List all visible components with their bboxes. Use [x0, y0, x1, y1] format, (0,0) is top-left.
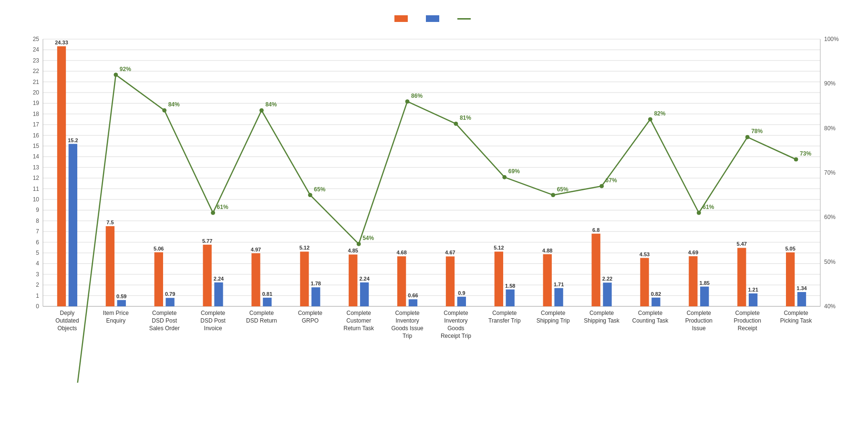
- svg-text:DSD Post: DSD Post: [200, 317, 226, 324]
- bar-di-15: [786, 252, 795, 306]
- svg-text:Picking Task: Picking Task: [780, 317, 812, 324]
- svg-text:Counting Task: Counting Task: [632, 317, 669, 324]
- line-point-14: [745, 135, 749, 139]
- svg-text:2.24: 2.24: [214, 276, 224, 282]
- svg-text:17: 17: [33, 121, 40, 128]
- svg-text:Goods Issue: Goods Issue: [391, 325, 424, 332]
- svg-text:11: 11: [33, 186, 40, 192]
- svg-text:1.21: 1.21: [748, 287, 758, 293]
- bar-sl-14: [749, 293, 757, 306]
- svg-text:73%: 73%: [800, 150, 811, 157]
- svg-text:23: 23: [33, 57, 40, 64]
- svg-text:Complete: Complete: [152, 310, 177, 316]
- legend-di: [394, 15, 411, 22]
- svg-text:84%: 84%: [168, 101, 180, 108]
- svg-text:Complete: Complete: [249, 310, 274, 316]
- svg-text:Transfer Trip: Transfer Trip: [488, 317, 521, 324]
- svg-text:Outdated: Outdated: [55, 317, 79, 324]
- svg-text:1.85: 1.85: [700, 280, 710, 286]
- svg-text:Sales Order: Sales Order: [149, 325, 180, 332]
- svg-text:7: 7: [36, 228, 39, 235]
- bar-sl-13: [700, 287, 709, 306]
- bar-sl-0: [69, 144, 77, 306]
- svg-text:Invoice: Invoice: [204, 325, 222, 332]
- svg-text:DSD Post: DSD Post: [152, 317, 177, 324]
- svg-text:2: 2: [36, 282, 39, 288]
- line-point-1: [114, 73, 118, 77]
- svg-text:61%: 61%: [703, 204, 714, 210]
- svg-text:Complete: Complete: [638, 310, 663, 316]
- svg-text:Receipt: Receipt: [738, 325, 757, 332]
- svg-text:50%: 50%: [824, 259, 836, 265]
- svg-text:0.79: 0.79: [165, 291, 175, 297]
- svg-text:Complete: Complete: [298, 310, 323, 316]
- svg-text:8: 8: [36, 218, 39, 224]
- bar-di-4: [251, 253, 260, 306]
- svg-text:Trip: Trip: [403, 333, 413, 339]
- svg-text:86%: 86%: [411, 93, 423, 99]
- svg-text:65%: 65%: [557, 186, 568, 193]
- svg-text:69%: 69%: [508, 168, 520, 175]
- bar-di-9: [495, 251, 503, 306]
- bar-sl-12: [651, 298, 660, 306]
- chart-area: 0123456789101112131415161718192021222324…: [14, 30, 854, 387]
- bar-di-12: [640, 258, 649, 306]
- svg-text:19: 19: [33, 100, 40, 106]
- bar-di-3: [203, 245, 211, 306]
- svg-text:Inventory: Inventory: [444, 317, 467, 324]
- bar-di-10: [543, 254, 552, 306]
- bar-sl-7: [409, 299, 417, 306]
- legend-diff: [457, 15, 474, 22]
- line-point-15: [794, 157, 798, 161]
- svg-text:40%: 40%: [824, 303, 836, 310]
- bar-di-5: [300, 251, 309, 306]
- bar-sl-6: [360, 282, 369, 306]
- svg-text:5: 5: [36, 250, 39, 256]
- svg-text:16: 16: [33, 132, 40, 139]
- bar-sl-10: [554, 288, 563, 306]
- svg-text:Complete: Complete: [347, 310, 372, 316]
- line-point-7: [405, 100, 409, 104]
- svg-text:5.12: 5.12: [494, 245, 504, 251]
- svg-text:2.22: 2.22: [602, 276, 612, 282]
- svg-text:Item Price: Item Price: [103, 310, 129, 316]
- bar-sl-11: [603, 282, 611, 306]
- line-point-4: [259, 108, 263, 112]
- svg-text:84%: 84%: [265, 101, 277, 108]
- svg-text:Complete: Complete: [541, 310, 566, 316]
- line-point-6: [357, 242, 361, 246]
- svg-text:1.58: 1.58: [505, 283, 515, 289]
- svg-text:5.47: 5.47: [737, 241, 747, 247]
- svg-text:5.77: 5.77: [202, 238, 212, 244]
- svg-text:Complete: Complete: [444, 310, 468, 316]
- diff-color-swatch: [457, 18, 471, 20]
- svg-text:70%: 70%: [824, 169, 836, 176]
- bar-sl-2: [165, 298, 174, 306]
- bar-sl-8: [457, 297, 466, 306]
- svg-text:0.66: 0.66: [408, 293, 418, 298]
- bar-sl-3: [214, 282, 223, 306]
- line-point-2: [163, 108, 166, 112]
- svg-text:Goods: Goods: [447, 325, 464, 332]
- svg-text:10: 10: [33, 196, 40, 203]
- line-point-3: [211, 211, 215, 215]
- svg-text:90%: 90%: [824, 80, 836, 87]
- svg-text:4.88: 4.88: [542, 248, 552, 253]
- svg-text:2.24: 2.24: [359, 276, 370, 282]
- svg-text:0.82: 0.82: [651, 291, 661, 297]
- bar-di-11: [591, 234, 600, 306]
- bar-di-8: [446, 256, 455, 306]
- svg-text:80%: 80%: [824, 125, 836, 132]
- svg-text:14: 14: [33, 153, 40, 160]
- svg-text:54%: 54%: [362, 235, 374, 241]
- svg-text:Complete: Complete: [784, 310, 808, 316]
- svg-text:Complete: Complete: [735, 310, 760, 316]
- svg-text:Deply: Deply: [60, 310, 75, 316]
- svg-text:24.33: 24.33: [55, 40, 68, 45]
- svg-text:61%: 61%: [217, 204, 228, 210]
- bar-di-14: [737, 248, 746, 306]
- svg-text:Receipt Trip: Receipt Trip: [441, 333, 471, 339]
- svg-text:4: 4: [36, 260, 39, 267]
- svg-text:Complete: Complete: [589, 310, 614, 316]
- svg-text:0: 0: [36, 303, 39, 310]
